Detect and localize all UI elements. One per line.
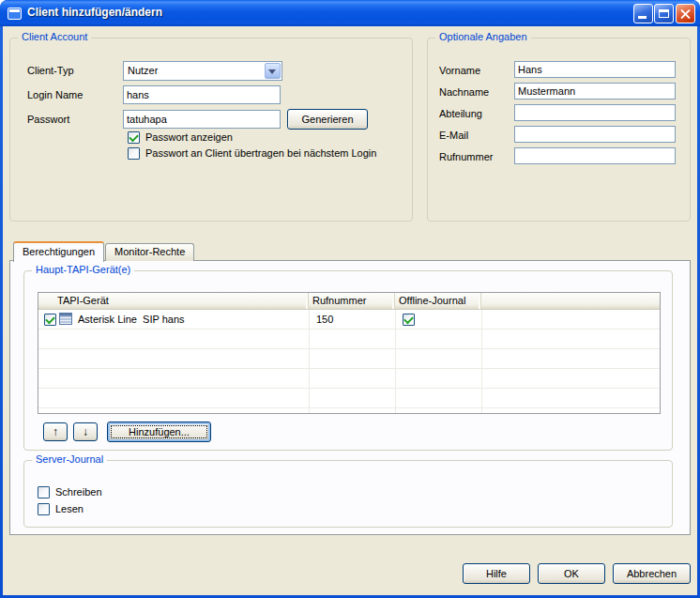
server-journal-group-title: Server-Journal (32, 453, 107, 465)
haupt-tapi-group: Haupt-TAPI-Gerät(e) TAPI-Gerät Rufnummer… (23, 270, 673, 451)
maximize-button[interactable] (654, 4, 674, 23)
minimize-button[interactable] (633, 4, 653, 23)
ok-button[interactable]: OK (538, 563, 605, 584)
window-icon[interactable] (8, 8, 22, 20)
vorname-label: Vorname (439, 65, 480, 76)
column-header-offline-journal[interactable]: Offline-Journal (395, 293, 481, 309)
device-name: Asterisk Line SIP hans (78, 314, 185, 325)
abteilung-input[interactable] (514, 104, 676, 121)
email-input[interactable] (514, 126, 676, 143)
login-name-label: Login Name (27, 89, 83, 100)
combo-dropdown-button[interactable] (265, 63, 281, 79)
schreiben-label: Schreiben (55, 486, 102, 498)
move-down-button[interactable]: ↓ (73, 422, 98, 441)
window-title: Client hinzufügen/ändern (27, 6, 162, 19)
maximize-icon (659, 9, 669, 18)
close-button[interactable] (676, 4, 695, 23)
chevron-down-icon (268, 69, 276, 74)
nachname-label: Nachname (439, 86, 489, 98)
lesen-label: Lesen (55, 503, 84, 514)
client-typ-label: Client-Typ (27, 65, 74, 76)
schreiben-checkbox[interactable] (38, 486, 50, 498)
rufnummer-label: Rufnummer (439, 151, 493, 162)
move-up-button[interactable]: ↑ (43, 422, 68, 441)
nachname-input[interactable] (514, 83, 676, 100)
passwort-input[interactable] (123, 110, 281, 129)
passwort-uebertragen-label: Passwort an Client übertragen bei nächst… (145, 147, 376, 159)
table-row[interactable]: Asterisk Line SIP hans 150 (38, 310, 660, 330)
device-enabled-checkbox[interactable] (44, 314, 56, 326)
lesen-checkbox[interactable] (38, 503, 50, 515)
berechtigungen-tab-panel: Haupt-TAPI-Gerät(e) TAPI-Gerät Rufnummer… (9, 260, 691, 535)
optionale-angaben-group: Optionale Angaben Vorname Nachname Abtei… (427, 38, 691, 222)
generieren-button[interactable]: Generieren (287, 109, 368, 130)
hinzufuegen-button[interactable]: Hinzufügen... (107, 422, 211, 442)
server-journal-group: Server-Journal Schreiben Lesen (23, 460, 673, 528)
dialog-window: Client hinzufügen/ändern Client Account … (0, 0, 700, 598)
email-label: E-Mail (439, 130, 468, 141)
haupt-tapi-group-title: Haupt-TAPI-Gerät(e) (32, 264, 134, 275)
optionale-angaben-group-title: Optionale Angaben (435, 31, 531, 42)
device-rufnummer: 150 (316, 314, 333, 325)
titlebar[interactable]: Client hinzufügen/ändern (0, 0, 700, 26)
abteilung-label: Abteilung (439, 108, 482, 119)
login-name-input[interactable] (123, 85, 281, 104)
tapi-table-body: Asterisk Line SIP hans 150 (38, 310, 660, 413)
tapi-device-icon (58, 312, 73, 326)
column-header-filler (481, 293, 660, 309)
up-arrow-icon: ↑ (53, 426, 58, 437)
client-typ-selected-value: Nutzer (128, 65, 158, 76)
column-header-rufnummer[interactable]: Rufnummer (309, 293, 395, 309)
client-account-group-title: Client Account (18, 31, 91, 42)
rufnummer-input[interactable] (514, 147, 676, 164)
column-header-tapi-geraet[interactable]: TAPI-Gerät (38, 293, 309, 309)
tab-monitor-rechte[interactable]: Monitor-Rechte (105, 243, 194, 261)
vorname-input[interactable] (514, 61, 676, 78)
minimize-icon (638, 16, 647, 19)
client-account-group: Client Account Client-Typ Nutzer Login N… (9, 38, 413, 222)
passwort-uebertragen-checkbox[interactable] (128, 147, 140, 160)
tapi-device-table: TAPI-Gerät Rufnummer Offline-Journal (38, 292, 661, 414)
tab-berechtigungen[interactable]: Berechtigungen (13, 241, 104, 262)
client-typ-select[interactable]: Nutzer (123, 61, 282, 81)
tapi-table-header: TAPI-Gerät Rufnummer Offline-Journal (38, 293, 660, 310)
tab-strip: Berechtigungen Monitor-Rechte (13, 240, 195, 261)
offline-journal-checkbox[interactable] (403, 314, 415, 326)
passwort-label: Passwort (27, 114, 69, 125)
abbrechen-button[interactable]: Abbrechen (613, 563, 691, 584)
passwort-anzeigen-checkbox[interactable] (128, 131, 140, 144)
hilfe-button[interactable]: Hilfe (463, 563, 530, 584)
passwort-anzeigen-label: Passwort anzeigen (145, 131, 233, 143)
dialog-body: Client Account Client-Typ Nutzer Login N… (3, 26, 697, 595)
down-arrow-icon: ↓ (83, 426, 88, 437)
